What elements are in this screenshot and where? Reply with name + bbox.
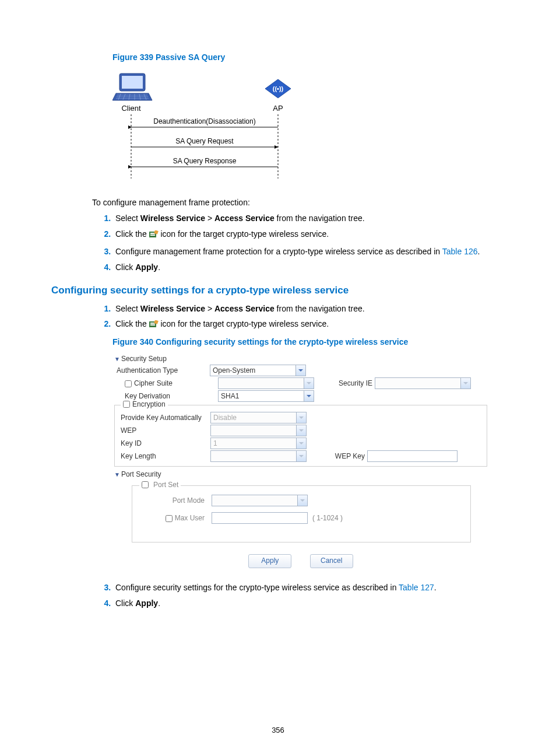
key-derivation-value: SHA1	[221, 392, 239, 400]
text: from the navigation tree.	[275, 214, 365, 223]
wep-label: WEP	[118, 426, 210, 435]
step-a-3: Configure management frame protection fo…	[113, 246, 505, 257]
chevron-down-icon	[296, 451, 306, 461]
steps-list-b-part1: Select Wireless Service > Access Service…	[92, 303, 505, 332]
svg-text:((•)): ((•))	[273, 85, 284, 92]
diagram-msg-3: SA Query Response	[173, 157, 237, 165]
chevron-down-icon	[304, 378, 314, 388]
text: Configure security settings for the cryp…	[115, 583, 399, 592]
encryption-legend-text: Encryption	[132, 400, 166, 408]
text: .	[158, 598, 160, 608]
max-user-hint: ( 1-1024 )	[312, 514, 343, 522]
wep-select[interactable]	[210, 425, 307, 436]
diagram-msg-2: SA Query Request	[175, 137, 234, 145]
key-derivation-select[interactable]: SHA1	[218, 390, 314, 402]
cancel-button[interactable]: Cancel	[310, 554, 353, 568]
encryption-checkbox[interactable]	[123, 401, 130, 408]
chevron-down-icon	[460, 378, 470, 388]
wep-key-input[interactable]	[367, 450, 458, 462]
wep-key-label: WEP Key	[324, 452, 367, 460]
auth-type-value: Open-System	[213, 366, 255, 374]
text: Click the	[115, 319, 149, 328]
text: Click	[115, 262, 135, 272]
port-mode-select[interactable]	[212, 495, 308, 506]
text: icon for the target crypto-type wireless…	[159, 229, 329, 239]
provide-key-value: Disable	[213, 414, 237, 422]
port-set-legend-text: Port Set	[153, 481, 178, 489]
max-user-input[interactable]	[212, 512, 308, 524]
text: Select	[115, 304, 140, 313]
wireless-service-bold: Wireless Service	[140, 304, 205, 313]
encryption-group: Encryption Provide Key Automatically Dis…	[114, 405, 487, 467]
chevron-down-icon	[304, 391, 314, 401]
step-b-1: Select Wireless Service > Access Service…	[113, 303, 505, 314]
security-setup-panel: ▼Security Setup Authentication Type Open…	[114, 354, 487, 568]
figure-340-caption: Figure 340 Configuring security settings…	[112, 337, 505, 346]
chevron-down-icon	[296, 425, 306, 436]
steps-list-b-part2: Configure security settings for the cryp…	[92, 582, 505, 609]
section-heading-configuring-security: Configuring security settings for a cryp…	[51, 285, 505, 296]
security-ie-select[interactable]	[375, 377, 471, 389]
step-b-4: Click Apply.	[113, 598, 505, 609]
table-126-link[interactable]: Table 126	[442, 247, 478, 256]
step-a-2: Click the icon for the target crypto-typ…	[113, 229, 505, 242]
table-127-link[interactable]: Table 127	[399, 583, 434, 592]
step-a-1: Select Wireless Service > Access Service…	[113, 213, 505, 224]
text: Configure management frame protection fo…	[115, 247, 442, 256]
svg-rect-21	[150, 235, 155, 236]
key-id-value: 1	[213, 439, 217, 447]
text: >	[205, 214, 214, 223]
step-b-3: Configure security settings for the cryp…	[113, 582, 505, 593]
chevron-down-icon	[296, 438, 306, 449]
auth-type-label: Authentication Type	[114, 366, 210, 374]
max-user-checkbox[interactable]	[166, 515, 173, 522]
auth-type-select[interactable]: Open-System	[210, 365, 306, 376]
text: >	[205, 304, 214, 313]
step-b-2: Click the icon for the target crypto-typ…	[113, 318, 505, 331]
cipher-suite-label: Cipher Suite	[114, 379, 218, 387]
access-service-bold: Access Service	[214, 214, 275, 223]
key-length-select[interactable]	[210, 450, 307, 462]
text: .	[158, 262, 160, 272]
text: icon for the target crypto-type wireless…	[159, 319, 329, 328]
step-a-4: Click Apply.	[113, 262, 505, 273]
diagram-msg-1: Deauthentication(Disassociation)	[153, 117, 255, 125]
chevron-down-icon	[295, 365, 305, 376]
provide-key-select[interactable]: Disable	[210, 412, 307, 424]
service-edit-icon	[149, 230, 159, 242]
chevron-down-icon	[297, 495, 307, 506]
text: from the navigation tree.	[275, 304, 365, 313]
cipher-suite-label-text: Cipher Suite	[134, 379, 173, 387]
port-set-group: Port Set Port Mode Max User ( 1-1024 )	[132, 485, 471, 542]
access-service-bold: Access Service	[214, 304, 275, 313]
cipher-suite-select[interactable]	[218, 377, 314, 389]
apply-bold: Apply	[135, 262, 158, 272]
chevron-down-icon	[296, 412, 306, 423]
wireless-service-bold: Wireless Service	[140, 214, 205, 223]
port-set-checkbox[interactable]	[142, 481, 149, 488]
text: .	[478, 247, 480, 256]
text: Click	[115, 598, 135, 608]
key-derivation-label: Key Derivation	[114, 392, 218, 400]
figure-339-caption: Figure 339 Passive SA Query	[112, 52, 505, 62]
diagram-client-label: Client	[121, 104, 141, 113]
apply-bold: Apply	[135, 598, 158, 608]
security-setup-toggle[interactable]: ▼Security Setup	[114, 354, 487, 364]
provide-key-label: Provide Key Automatically	[118, 414, 210, 422]
diagram-ap-label: AP	[273, 104, 283, 113]
max-user-label-text: Max User	[175, 514, 205, 522]
text: Click the	[115, 229, 149, 239]
security-setup-header-label: Security Setup	[121, 355, 167, 363]
max-user-label: Max User	[138, 514, 212, 522]
service-edit-icon	[149, 320, 159, 331]
port-security-header-label: Port Security	[121, 470, 161, 478]
key-id-select[interactable]: 1	[210, 438, 307, 449]
intro-text-1: To configure management frame protection…	[92, 198, 505, 207]
page-number: 356	[51, 726, 505, 734]
port-security-toggle[interactable]: ▼Port Security	[114, 469, 487, 480]
key-length-label: Key Length	[118, 452, 210, 460]
apply-button[interactable]: Apply	[248, 554, 291, 568]
cipher-suite-checkbox[interactable]	[125, 380, 132, 387]
port-mode-label: Port Mode	[138, 496, 212, 505]
svg-rect-25	[150, 324, 155, 326]
